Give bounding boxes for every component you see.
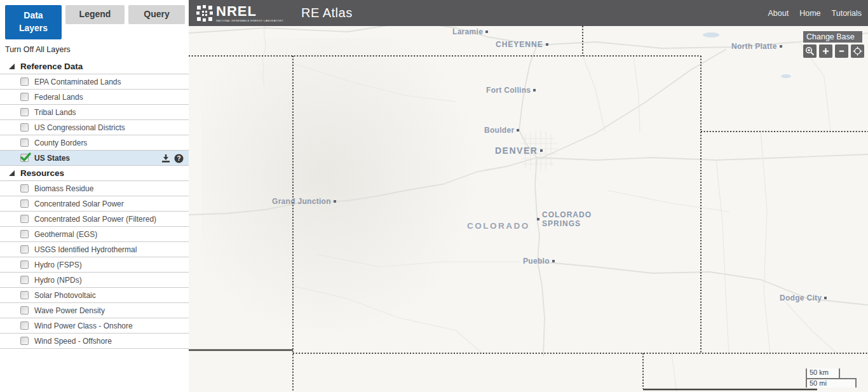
checkbox[interactable] <box>20 306 29 314</box>
layer-label: Concentrated Solar Power (Filtered) <box>34 215 156 224</box>
layer-label: Biomass Residue <box>34 184 93 193</box>
magnifier-plus-icon <box>805 46 815 56</box>
turn-off-all-layers-link[interactable]: Turn Off All Layers <box>5 45 71 54</box>
layer-label: Geothermal (EGS) <box>34 230 97 239</box>
layer-label: EPA Contaminated Lands <box>34 78 121 86</box>
checkbox[interactable] <box>20 123 29 132</box>
layer-label: Wind Power Class - Onshore <box>34 321 133 330</box>
nav-link-about[interactable]: About <box>768 9 789 18</box>
layer-label: Wave Power Density <box>34 306 105 315</box>
lake <box>781 74 791 78</box>
denver-street-grid <box>520 130 557 172</box>
checkbox[interactable] <box>20 215 29 223</box>
layer-label: Concentrated Solar Power <box>34 199 124 208</box>
layer-list: Reference DataEPA Contaminated LandsFede… <box>0 59 189 349</box>
top-nav: AboutHomeTutorials <box>768 9 862 18</box>
layer-row-us-states[interactable]: US States? <box>0 151 189 166</box>
sidebar-tabs: Data LayersLegendQuery <box>5 5 185 39</box>
checkbox[interactable] <box>20 321 29 330</box>
layer-row-concentrated-solar-power-filtered[interactable]: Concentrated Solar Power (Filtered) <box>0 212 189 227</box>
lake <box>703 32 719 37</box>
checkbox[interactable] <box>20 230 29 238</box>
checkbox[interactable] <box>20 184 29 193</box>
change-base-button[interactable]: Change Base <box>803 31 862 43</box>
checkbox[interactable] <box>20 93 29 101</box>
layer-row-epa-contaminated-lands[interactable]: EPA Contaminated Lands <box>0 74 189 90</box>
section-header-reference-data[interactable]: Reference Data <box>0 59 189 74</box>
layer-row-hydro-fsps[interactable]: Hydro (FSPS) <box>0 257 189 273</box>
checkbox[interactable] <box>20 260 29 269</box>
layer-label: USGS Identified Hydrothermal <box>34 245 137 254</box>
download-layer-button[interactable] <box>161 154 170 163</box>
zoom-controls <box>803 44 864 58</box>
check-icon <box>20 152 31 162</box>
layer-label: County Borders <box>34 139 87 147</box>
scale-km: 50 km <box>806 368 840 378</box>
checkbox[interactable] <box>20 108 29 116</box>
collapse-triangle-icon <box>9 170 15 176</box>
road-network <box>189 0 868 392</box>
layer-row-wind-power-class-onshore[interactable]: Wind Power Class - Onshore <box>0 318 189 334</box>
scale-mi: 50 mi <box>806 378 857 388</box>
layer-label: Wind Speed - Offshore <box>34 337 112 346</box>
checkbox-checked[interactable] <box>20 154 29 162</box>
nrel-logo-icon <box>196 5 213 22</box>
layer-row-solar-photovoltaic[interactable]: Solar Photovoltaic <box>0 288 189 303</box>
layer-row-us-congressional-districts[interactable]: US Congressional Districts <box>0 120 189 135</box>
crosshair-icon <box>853 46 862 56</box>
sidebar: Data LayersLegendQuery Turn Off All Laye… <box>0 0 189 392</box>
layer-row-concentrated-solar-power[interactable]: Concentrated Solar Power <box>0 196 189 212</box>
state-borders <box>189 26 868 392</box>
layer-actions: ? <box>161 151 184 166</box>
layer-row-wave-power-density[interactable]: Wave Power Density <box>0 303 189 318</box>
section-title: Reference Data <box>20 62 83 71</box>
layer-label: Solar Photovoltaic <box>34 291 96 300</box>
checkbox[interactable] <box>20 276 29 284</box>
layer-label: Tribal Lands <box>34 108 76 117</box>
layer-row-biomass-residue[interactable]: Biomass Residue <box>0 181 189 196</box>
section-title: Resources <box>20 168 64 178</box>
nrel-logo[interactable]: NREL NATIONAL RENEWABLE ENERGY LABORATOR… <box>196 4 283 22</box>
download-icon <box>161 154 170 163</box>
checkbox[interactable] <box>20 245 29 253</box>
layer-row-wind-speed-offshore[interactable]: Wind Speed - Offshore <box>0 334 189 349</box>
checkbox[interactable] <box>20 199 29 208</box>
layer-help-button[interactable]: ? <box>174 154 184 163</box>
map-controls: Change Base <box>803 31 864 58</box>
map-graphics <box>189 0 868 392</box>
layer-label: US Congressional Districts <box>34 123 125 132</box>
nav-link-tutorials[interactable]: Tutorials <box>832 9 862 18</box>
section-header-resources[interactable]: Resources <box>0 166 189 181</box>
tab-legend[interactable]: Legend <box>65 5 125 24</box>
layer-row-geothermal-egs[interactable]: Geothermal (EGS) <box>0 227 189 242</box>
layer-row-tribal-lands[interactable]: Tribal Lands <box>0 105 189 120</box>
tab-query[interactable]: Query <box>128 5 185 24</box>
help-icon: ? <box>174 154 184 163</box>
checkbox[interactable] <box>20 78 29 86</box>
svg-text:?: ? <box>177 155 180 162</box>
map-canvas[interactable]: LaramieCHEYENNENorth PlatteFort CollinsB… <box>189 0 868 392</box>
zoom-out-button[interactable] <box>835 44 848 58</box>
checkbox[interactable] <box>20 139 29 147</box>
zoom-in-button[interactable] <box>819 44 832 58</box>
plus-icon <box>822 47 830 55</box>
page-title: RE Atlas <box>301 6 353 20</box>
checkbox[interactable] <box>20 291 29 299</box>
re-atlas-app: Data LayersLegendQuery Turn Off All Laye… <box>0 0 868 392</box>
checkbox[interactable] <box>20 337 29 345</box>
layer-label: US States <box>34 154 70 163</box>
layer-label: Hydro (FSPS) <box>34 260 82 269</box>
layer-row-federal-lands[interactable]: Federal Lands <box>0 90 189 105</box>
zoom-extent-button[interactable] <box>803 44 817 58</box>
layer-label: Hydro (NPDs) <box>34 276 82 285</box>
layer-row-usgs-identified-hydrothermal[interactable]: USGS Identified Hydrothermal <box>0 242 189 257</box>
tab-data-layers[interactable]: Data Layers <box>5 5 62 39</box>
layer-row-county-borders[interactable]: County Borders <box>0 135 189 151</box>
collapse-triangle-icon <box>9 64 15 69</box>
brand-tagline: NATIONAL RENEWABLE ENERGY LABORATORY <box>216 19 283 22</box>
nav-link-home[interactable]: Home <box>799 9 820 18</box>
layer-label: Federal Lands <box>34 93 83 102</box>
layer-row-hydro-npds[interactable]: Hydro (NPDs) <box>0 273 189 288</box>
map-area: LaramieCHEYENNENorth PlatteFort CollinsB… <box>189 0 868 392</box>
reset-view-button[interactable] <box>851 44 864 58</box>
